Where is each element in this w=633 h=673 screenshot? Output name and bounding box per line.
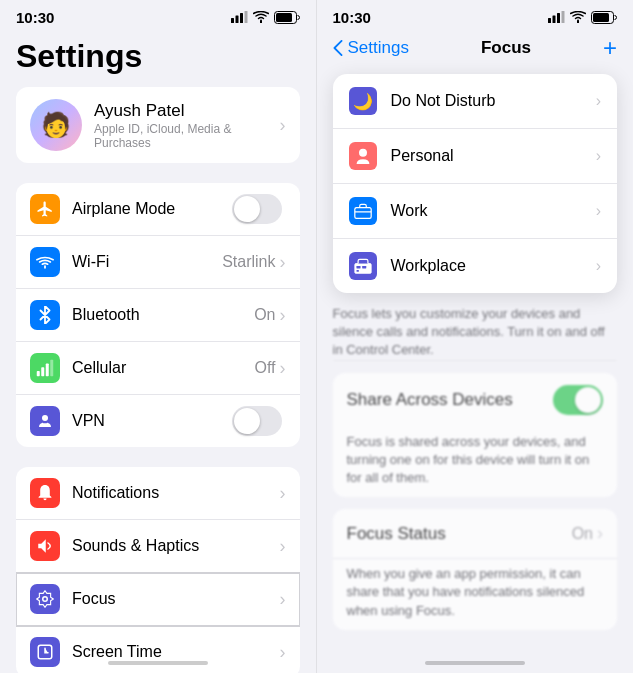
focus-icon — [30, 584, 60, 614]
airplane-label: Airplane Mode — [72, 200, 232, 218]
sounds-row[interactable]: Sounds & Haptics › — [16, 520, 300, 573]
airplane-icon — [30, 194, 60, 224]
vpn-icon — [30, 406, 60, 436]
back-chevron-icon — [333, 40, 343, 56]
vpn-label: VPN — [72, 412, 232, 430]
back-label: Settings — [348, 38, 409, 58]
battery-icon — [274, 11, 300, 24]
svg-rect-20 — [548, 18, 551, 23]
wifi-value: Starlink — [222, 253, 275, 271]
signal-icon — [231, 11, 248, 23]
svg-rect-27 — [354, 208, 370, 219]
right-wifi-icon — [570, 11, 586, 23]
focus-status-value: On — [572, 525, 593, 543]
focus-status-description: When you give an app permission, it can … — [333, 559, 618, 630]
work-label: Work — [391, 202, 596, 220]
svg-rect-8 — [46, 364, 49, 377]
focus-status-row[interactable]: Focus Status On › — [333, 509, 618, 559]
workplace-chevron: › — [596, 257, 601, 275]
svg-rect-11 — [43, 421, 48, 423]
wifi-chevron: › — [280, 252, 286, 273]
focus-description-container: Focus lets you customize your devices an… — [317, 305, 634, 373]
bluetooth-chevron: › — [280, 305, 286, 326]
share-across-description: Focus is shared across your devices, and… — [333, 427, 618, 498]
svg-rect-7 — [41, 367, 44, 376]
avatar: 🧑 — [30, 99, 82, 151]
svg-rect-25 — [593, 13, 609, 22]
right-status-icons — [548, 11, 617, 24]
focus-chevron: › — [280, 589, 286, 610]
share-across-label: Share Across Devices — [347, 390, 554, 410]
focus-status-chevron: › — [597, 523, 603, 544]
svg-rect-6 — [37, 371, 40, 376]
share-across-row[interactable]: Share Across Devices — [333, 373, 618, 427]
profile-chevron: › — [280, 115, 286, 136]
focus-status-label: Focus Status — [347, 524, 572, 544]
left-status-icons — [231, 11, 300, 24]
cellular-chevron: › — [280, 358, 286, 379]
bluetooth-row[interactable]: Bluetooth On › — [16, 289, 300, 342]
add-focus-button[interactable]: + — [603, 36, 617, 60]
focus-status-section: Focus Status On › When you give an app p… — [333, 509, 618, 630]
focus-content-blurred: Focus lets you customize your devices an… — [317, 305, 634, 630]
cellular-label: Cellular — [72, 359, 254, 377]
svg-rect-21 — [553, 16, 556, 24]
do-not-disturb-chevron: › — [596, 92, 601, 110]
cellular-icon — [30, 353, 60, 383]
nav-title: Focus — [481, 38, 531, 58]
wifi-row[interactable]: Wi-Fi Starlink › — [16, 236, 300, 289]
work-item[interactable]: Work › — [333, 184, 618, 239]
right-home-indicator — [425, 661, 525, 665]
workplace-item[interactable]: Workplace › — [333, 239, 618, 293]
connectivity-section: Airplane Mode Wi-Fi Starlink › Bluetooth… — [16, 183, 300, 447]
svg-point-10 — [42, 415, 48, 421]
do-not-disturb-icon: 🌙 — [349, 87, 377, 115]
svg-point-13 — [44, 598, 47, 601]
svg-rect-22 — [557, 13, 560, 23]
svg-rect-0 — [231, 18, 234, 23]
notifications-label: Notifications — [72, 484, 280, 502]
do-not-disturb-label: Do Not Disturb — [391, 92, 596, 110]
svg-rect-9 — [50, 360, 53, 377]
personal-icon — [349, 142, 377, 170]
svg-rect-33 — [356, 270, 358, 272]
screentime-row[interactable]: Screen Time › — [16, 626, 300, 673]
share-across-section: Share Across Devices Focus is shared acr… — [333, 373, 618, 498]
svg-rect-32 — [362, 266, 366, 268]
svg-rect-1 — [235, 16, 238, 24]
work-chevron: › — [596, 202, 601, 220]
bluetooth-label: Bluetooth — [72, 306, 254, 324]
screentime-label: Screen Time — [72, 643, 280, 661]
cellular-row[interactable]: Cellular Off › — [16, 342, 300, 395]
personal-chevron: › — [596, 147, 601, 165]
personal-label: Personal — [391, 147, 596, 165]
airplane-toggle[interactable] — [232, 194, 282, 224]
right-time: 10:30 — [333, 9, 371, 26]
right-status-bar: 10:30 — [317, 0, 634, 30]
profile-info: Ayush Patel Apple ID, iCloud, Media & Pu… — [94, 101, 280, 150]
settings-title: Settings — [0, 30, 316, 87]
svg-rect-23 — [562, 11, 565, 23]
vpn-row[interactable]: VPN — [16, 395, 300, 447]
profile-row[interactable]: 🧑 Ayush Patel Apple ID, iCloud, Media & … — [16, 87, 300, 163]
focus-row[interactable]: Focus › — [16, 573, 300, 626]
screentime-chevron: › — [280, 642, 286, 663]
left-status-bar: 10:30 — [0, 0, 316, 30]
work-icon — [349, 197, 377, 225]
workplace-icon — [349, 252, 377, 280]
notifications-row[interactable]: Notifications › — [16, 467, 300, 520]
right-panel: 10:30 Settings — [317, 0, 634, 673]
wifi-row-icon — [30, 247, 60, 277]
share-across-toggle[interactable] — [553, 385, 603, 415]
left-time: 10:30 — [16, 9, 54, 26]
vpn-toggle[interactable] — [232, 406, 282, 436]
svg-rect-5 — [276, 13, 292, 22]
svg-rect-31 — [356, 266, 360, 268]
left-panel: 10:30 Settings — [0, 0, 316, 673]
right-signal-icon — [548, 11, 565, 23]
workplace-label: Workplace — [391, 257, 596, 275]
do-not-disturb-item[interactable]: 🌙 Do Not Disturb › — [333, 74, 618, 129]
back-button[interactable]: Settings — [333, 38, 409, 58]
airplane-mode-row[interactable]: Airplane Mode — [16, 183, 300, 236]
personal-item[interactable]: Personal › — [333, 129, 618, 184]
